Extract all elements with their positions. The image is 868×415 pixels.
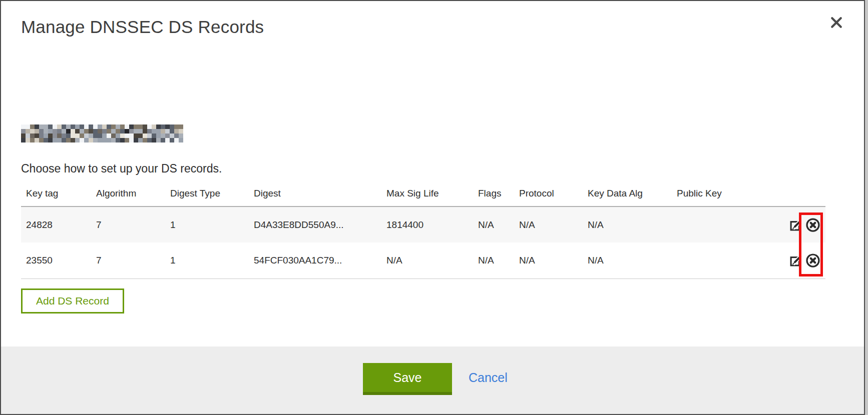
cell-digest-type: 1 bbox=[165, 242, 249, 278]
col-header-protocol: Protocol bbox=[514, 185, 583, 206]
cell-algorithm: 7 bbox=[91, 242, 165, 278]
cell-key-data-alg: N/A bbox=[583, 206, 672, 242]
cell-public-key bbox=[672, 242, 784, 278]
dialog-title: Manage DNSSEC DS Records bbox=[21, 17, 264, 37]
cell-algorithm: 7 bbox=[91, 206, 165, 242]
cell-digest-type: 1 bbox=[165, 206, 249, 242]
col-header-flags: Flags bbox=[473, 185, 514, 206]
manage-dnssec-ds-records-dialog: Manage DNSSEC DS Records Choose how to s… bbox=[0, 0, 865, 415]
cell-protocol: N/A bbox=[514, 206, 583, 242]
instruction-text: Choose how to set up your DS records. bbox=[21, 162, 222, 176]
close-icon[interactable] bbox=[829, 14, 846, 31]
save-button[interactable]: Save bbox=[363, 363, 452, 395]
cell-max-sig-life: 1814400 bbox=[381, 206, 473, 242]
col-header-key-data-alg: Key Data Alg bbox=[583, 185, 672, 206]
col-header-actions bbox=[784, 185, 825, 206]
cell-max-sig-life: N/A bbox=[381, 242, 473, 278]
col-header-max-sig-life: Max Sig Life bbox=[381, 185, 473, 206]
cell-flags: N/A bbox=[473, 242, 514, 278]
col-header-algorithm: Algorithm bbox=[91, 185, 165, 206]
cell-digest: 54FCF030AA1C79... bbox=[249, 242, 381, 278]
cell-key-tag: 24828 bbox=[21, 206, 91, 242]
col-header-key-tag: Key tag bbox=[21, 185, 91, 206]
cell-key-tag: 23550 bbox=[21, 242, 91, 278]
cell-digest: D4A33E8DD550A9... bbox=[249, 206, 381, 242]
col-header-public-key: Public Key bbox=[672, 185, 784, 206]
redacted-domain-name bbox=[21, 124, 183, 142]
add-ds-record-button[interactable]: Add DS Record bbox=[21, 288, 124, 314]
cell-protocol: N/A bbox=[514, 242, 583, 278]
delete-icon[interactable] bbox=[805, 218, 820, 232]
edit-icon[interactable] bbox=[789, 253, 803, 268]
cell-flags: N/A bbox=[473, 206, 514, 242]
table-row: 24828 7 1 D4A33E8DD550A9... 1814400 N/A … bbox=[21, 206, 825, 242]
cancel-link[interactable]: Cancel bbox=[469, 370, 508, 385]
dialog-footer: Save Cancel bbox=[1, 346, 864, 414]
cell-key-data-alg: N/A bbox=[583, 242, 672, 278]
col-header-digest-type: Digest Type bbox=[165, 185, 249, 206]
delete-icon[interactable] bbox=[805, 253, 820, 268]
cell-public-key bbox=[672, 206, 784, 242]
ds-records-table: Key tag Algorithm Digest Type Digest Max… bbox=[21, 185, 825, 279]
table-row: 23550 7 1 54FCF030AA1C79... N/A N/A N/A … bbox=[21, 242, 825, 278]
table-header-row: Key tag Algorithm Digest Type Digest Max… bbox=[21, 185, 825, 206]
edit-icon[interactable] bbox=[789, 218, 803, 232]
col-header-digest: Digest bbox=[249, 185, 381, 206]
